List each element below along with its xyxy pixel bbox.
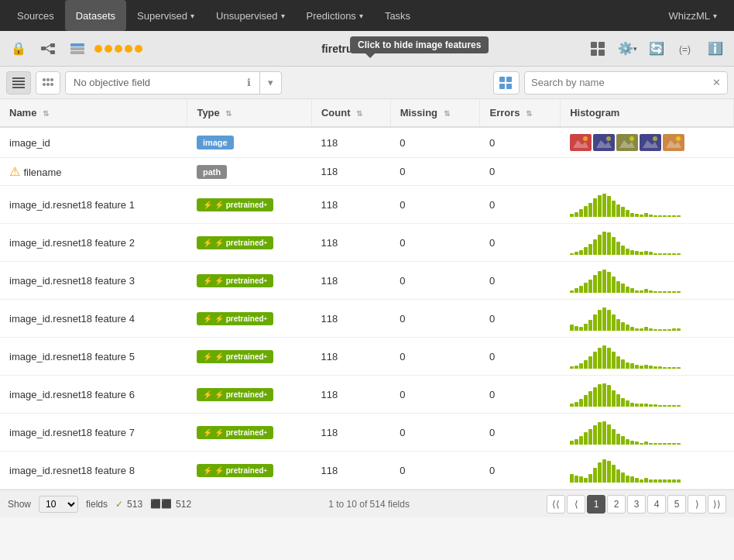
- histogram-bar: [626, 476, 629, 483]
- search-field[interactable]: ✕: [524, 71, 728, 94]
- image-features-toggle[interactable]: [493, 71, 520, 94]
- field-missing: 0: [390, 186, 480, 224]
- svg-rect-5: [70, 43, 84, 46]
- page-first-button[interactable]: ⟨⟨: [547, 495, 565, 514]
- svg-point-41: [676, 136, 681, 141]
- search-input[interactable]: [525, 77, 705, 88]
- col-name: Name ⇅: [0, 99, 187, 127]
- nav-supervised[interactable]: Supervised ▾: [126, 0, 205, 31]
- histogram-bar: [575, 366, 578, 369]
- page-next-button[interactable]: ⟩: [688, 495, 706, 514]
- histogram-bar: [579, 399, 583, 407]
- formula-icon[interactable]: (=): [674, 36, 698, 61]
- histogram-bar: [612, 465, 616, 483]
- objective-field-selector[interactable]: No objective field ℹ ▾: [65, 71, 282, 94]
- svg-point-32: [606, 136, 611, 141]
- field-name: image_id.resnet18 feature 1: [0, 186, 187, 224]
- nav-account[interactable]: WhizzML ▾: [658, 10, 728, 22]
- histogram-bar: [612, 277, 616, 293]
- histogram-bar: [630, 363, 634, 369]
- field-missing: 0: [390, 338, 480, 376]
- histogram-bar: [579, 209, 583, 217]
- table-row: image_id.resnet18 feature 1⚡ pretrained+…: [0, 186, 734, 224]
- field-histogram: [561, 300, 734, 338]
- list-view-button[interactable]: [6, 71, 31, 94]
- col-histogram: Histogram: [561, 99, 734, 127]
- type-badge: ⚡ pretrained+: [197, 388, 273, 401]
- field-count: 118: [311, 452, 390, 490]
- account-dropdown-icon: ▾: [713, 12, 717, 20]
- objective-dropdown-icon[interactable]: ▾: [259, 72, 281, 94]
- fields-table-container: Name ⇅ Type ⇅ Count ⇅ Missing ⇅ Errors ⇅…: [0, 99, 734, 490]
- histogram-bar: [616, 469, 620, 483]
- image-view-icon[interactable]: [585, 36, 610, 61]
- histogram-bar: [612, 314, 616, 331]
- histogram-bar: [640, 290, 643, 293]
- nav-predictions[interactable]: Predictions ▾: [296, 0, 374, 31]
- objective-info-icon[interactable]: ℹ: [238, 72, 259, 94]
- histogram-bar: [677, 215, 681, 217]
- nav-datasets[interactable]: Datasets: [65, 0, 126, 31]
- svg-rect-2: [50, 50, 55, 54]
- search-clear-icon[interactable]: ✕: [705, 72, 727, 94]
- network-icon[interactable]: [36, 36, 60, 61]
- histogram-bar: [602, 421, 606, 445]
- histogram-bar: [667, 215, 671, 217]
- histogram-bar: [658, 479, 662, 483]
- histogram-bar: [667, 329, 671, 331]
- histogram-bar: [626, 439, 629, 445]
- page-5-button[interactable]: 5: [667, 495, 686, 514]
- image-features-tooltip[interactable]: Click to hide image features: [350, 36, 489, 53]
- svg-rect-11: [599, 50, 605, 56]
- svg-rect-7: [70, 51, 84, 54]
- histogram-bar: [588, 474, 592, 483]
- info-icon[interactable]: ℹ️: [703, 36, 728, 61]
- field-count: 118: [311, 300, 390, 338]
- page-last-button[interactable]: ⟩⟩: [708, 495, 726, 514]
- histogram-bar: [635, 365, 639, 369]
- field-histogram: [561, 376, 734, 414]
- histogram-bar: [593, 468, 597, 483]
- histogram-chart: [570, 458, 725, 483]
- histogram-bar: [593, 352, 597, 369]
- histogram-bar: [579, 436, 583, 445]
- show-label: Show: [8, 499, 31, 510]
- page-3-button[interactable]: 3: [627, 495, 646, 514]
- histogram-bar: [653, 366, 657, 369]
- histogram-bar: [649, 366, 653, 369]
- page-1-button[interactable]: 1: [587, 495, 605, 514]
- show-select[interactable]: 102550100: [39, 496, 78, 513]
- refresh-icon[interactable]: 🔄: [644, 36, 669, 61]
- field-count: 118: [311, 158, 390, 186]
- grid-view-button[interactable]: [36, 71, 60, 94]
- type-badge: ⚡ pretrained+: [197, 312, 273, 325]
- histogram-bar: [667, 291, 671, 293]
- page-2-button[interactable]: 2: [607, 495, 626, 514]
- nav-sources[interactable]: Sources: [6, 0, 65, 31]
- page-4-button[interactable]: 4: [647, 495, 666, 514]
- nav-tasks[interactable]: Tasks: [374, 0, 421, 31]
- settings-icon[interactable]: ⚙️▾: [615, 36, 640, 61]
- table-row: image_id.resnet18 feature 8⚡ pretrained+…: [0, 452, 734, 490]
- histogram-bar: [644, 327, 648, 331]
- thumbnail: [593, 134, 615, 151]
- table-row: ⚠ filenamepath11800: [0, 158, 734, 186]
- nav-unsupervised[interactable]: Unsupervised ▾: [205, 0, 296, 31]
- histogram-bar: [588, 244, 592, 255]
- histogram-bar: [663, 329, 667, 331]
- histogram-bar: [658, 443, 662, 445]
- dataset-type-icon[interactable]: [65, 36, 90, 61]
- warning-icon: ⚠: [9, 165, 23, 178]
- field-errors: 0: [480, 224, 561, 262]
- histogram-bar: [588, 280, 592, 293]
- thumbnail: [570, 134, 592, 151]
- histogram-bar: [635, 251, 639, 255]
- svg-rect-1: [50, 43, 55, 47]
- field-name: image_id.resnet18 feature 5: [0, 338, 187, 376]
- field-name: image_id.resnet18 feature 4: [0, 300, 187, 338]
- field-errors: 0: [480, 186, 561, 224]
- lock-icon[interactable]: 🔒: [6, 36, 31, 61]
- page-prev-button[interactable]: ⟨: [567, 495, 585, 514]
- svg-point-35: [629, 136, 634, 141]
- histogram-bar: [630, 213, 634, 217]
